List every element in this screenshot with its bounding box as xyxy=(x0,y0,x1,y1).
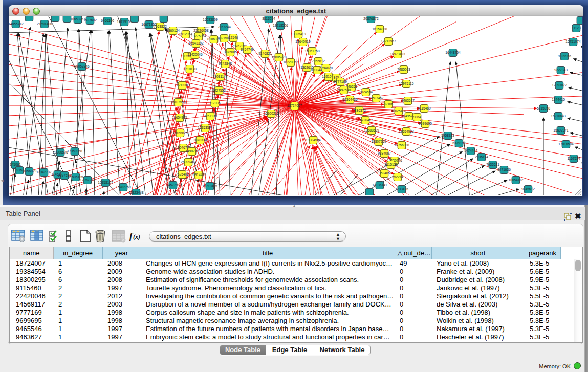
svg-text:9384067: 9384067 xyxy=(378,151,391,155)
svg-text:3875685: 3875685 xyxy=(224,50,237,54)
svg-text:13524851: 13524851 xyxy=(377,171,392,175)
svg-text:9115460: 9115460 xyxy=(418,106,431,110)
svg-text:21691406: 21691406 xyxy=(37,22,52,26)
svg-text:7886372: 7886372 xyxy=(353,108,366,112)
svg-text:10654112: 10654112 xyxy=(509,178,524,182)
svg-text:1167534: 1167534 xyxy=(567,157,580,160)
svg-text:117006: 117006 xyxy=(209,101,221,105)
svg-text:16210643: 16210643 xyxy=(551,114,566,118)
svg-text:17359968: 17359968 xyxy=(67,149,82,153)
svg-text:19756928: 19756928 xyxy=(394,143,409,147)
svg-text:6497508: 6497508 xyxy=(337,88,351,92)
svg-text:13275054: 13275054 xyxy=(191,34,206,38)
svg-text:19166825: 19166825 xyxy=(172,131,188,135)
svg-text:19654985: 19654985 xyxy=(172,116,187,119)
svg-text:8454749: 8454749 xyxy=(241,48,254,51)
svg-text:5215958: 5215958 xyxy=(537,106,550,110)
svg-text:12093872: 12093872 xyxy=(552,83,567,87)
svg-text:16033809: 16033809 xyxy=(203,18,218,21)
svg-text:7485063: 7485063 xyxy=(397,68,410,71)
svg-text:13325419: 13325419 xyxy=(291,32,306,36)
svg-text:9245612: 9245612 xyxy=(521,187,535,191)
svg-text:19218506: 19218506 xyxy=(273,24,288,27)
svg-text:8912954: 8912954 xyxy=(179,32,192,36)
svg-text:7857244: 7857244 xyxy=(217,25,231,29)
svg-text:12323448: 12323448 xyxy=(128,191,144,194)
svg-text:17957272: 17957272 xyxy=(80,178,95,182)
svg-text:7632621: 7632621 xyxy=(486,163,499,166)
svg-text:10025438: 10025438 xyxy=(391,109,406,113)
svg-text:9146821: 9146821 xyxy=(258,52,272,55)
svg-text:1498222: 1498222 xyxy=(185,149,199,153)
svg-text:18640910: 18640910 xyxy=(295,40,311,43)
svg-text:345061: 345061 xyxy=(10,163,21,166)
svg-text:3878334: 3878334 xyxy=(193,138,207,142)
svg-text:9427552: 9427552 xyxy=(212,89,226,92)
svg-text:16914479: 16914479 xyxy=(191,173,206,177)
svg-text:18724007: 18724007 xyxy=(287,104,302,107)
svg-text:10507457: 10507457 xyxy=(368,96,384,100)
svg-text:11156829: 11156829 xyxy=(22,169,37,173)
svg-text:15885270: 15885270 xyxy=(271,55,287,59)
svg-text:10958107: 10958107 xyxy=(98,181,113,184)
svg-text:12546: 12546 xyxy=(229,36,238,39)
svg-text:9457791: 9457791 xyxy=(166,183,180,187)
svg-text:6794028: 6794028 xyxy=(319,66,333,70)
svg-text:12353594: 12353594 xyxy=(198,126,213,129)
svg-text:16961758: 16961758 xyxy=(304,49,320,53)
svg-text:2718170: 2718170 xyxy=(183,67,197,71)
svg-text:9864: 9864 xyxy=(413,115,421,119)
svg-text:17016504: 17016504 xyxy=(558,142,574,146)
svg-text:15300215: 15300215 xyxy=(264,112,279,115)
svg-text:15720407: 15720407 xyxy=(358,118,373,122)
svg-text:1244415: 1244415 xyxy=(552,98,565,101)
svg-text:23420046: 23420046 xyxy=(187,53,203,56)
svg-text:15751074: 15751074 xyxy=(565,40,581,43)
svg-text:9242848: 9242848 xyxy=(219,62,232,65)
svg-text:18807269: 18807269 xyxy=(371,140,386,143)
svg-text:82166: 82166 xyxy=(384,102,394,106)
svg-text:15692971: 15692971 xyxy=(553,128,569,132)
svg-text:12213383: 12213383 xyxy=(175,83,190,87)
svg-text:8813054: 8813054 xyxy=(262,17,275,20)
svg-text:19654923: 19654923 xyxy=(399,129,414,133)
svg-text:7663822: 7663822 xyxy=(154,25,167,28)
svg-text:28031144: 28031144 xyxy=(213,75,228,78)
svg-text:16782759: 16782759 xyxy=(116,185,131,189)
svg-text:8471636: 8471636 xyxy=(497,168,511,171)
svg-text:6379197: 6379197 xyxy=(452,141,466,145)
svg-text:23226058: 23226058 xyxy=(193,29,209,32)
svg-text:20206576: 20206576 xyxy=(53,150,68,154)
svg-text:9777169: 9777169 xyxy=(334,80,347,83)
svg-text:1733426: 1733426 xyxy=(395,187,408,191)
svg-text:18220357: 18220357 xyxy=(283,60,298,64)
svg-text:10719155: 10719155 xyxy=(117,20,132,24)
svg-text:20364436: 20364436 xyxy=(342,98,358,101)
svg-text:26099483: 26099483 xyxy=(181,160,196,164)
svg-text:9474444: 9474444 xyxy=(464,149,477,152)
svg-text:14055712: 14055712 xyxy=(9,22,24,26)
svg-text:16107553: 16107553 xyxy=(170,100,186,104)
svg-text:19384554: 19384554 xyxy=(306,138,321,142)
svg-text:9227343: 9227343 xyxy=(554,68,568,72)
svg-text:7625402: 7625402 xyxy=(176,172,189,176)
svg-text:1615132: 1615132 xyxy=(384,163,398,166)
svg-text:7955812: 7955812 xyxy=(312,59,325,63)
svg-text:29053346: 29053346 xyxy=(74,64,90,68)
svg-text:9329966: 9329966 xyxy=(558,54,571,58)
svg-text:12975115: 12975115 xyxy=(399,82,414,85)
svg-text:2935114: 2935114 xyxy=(475,155,488,159)
svg-text:10543392: 10543392 xyxy=(188,41,204,45)
svg-text:9860124: 9860124 xyxy=(166,29,180,32)
svg-text:10973493: 10973493 xyxy=(390,52,405,56)
svg-text:5958923: 5958923 xyxy=(441,134,454,137)
svg-text:1527602: 1527602 xyxy=(83,18,97,22)
svg-text:3267130: 3267130 xyxy=(204,114,217,118)
svg-text:16154838: 16154838 xyxy=(372,27,387,31)
svg-text:12342737: 12342737 xyxy=(36,170,52,174)
svg-text:9463627: 9463627 xyxy=(401,99,415,102)
svg-text:252214: 252214 xyxy=(392,175,403,179)
svg-text:6466160: 6466160 xyxy=(101,19,114,23)
svg-text:(x): (x) xyxy=(133,233,140,240)
svg-text:11123: 11123 xyxy=(572,26,581,30)
